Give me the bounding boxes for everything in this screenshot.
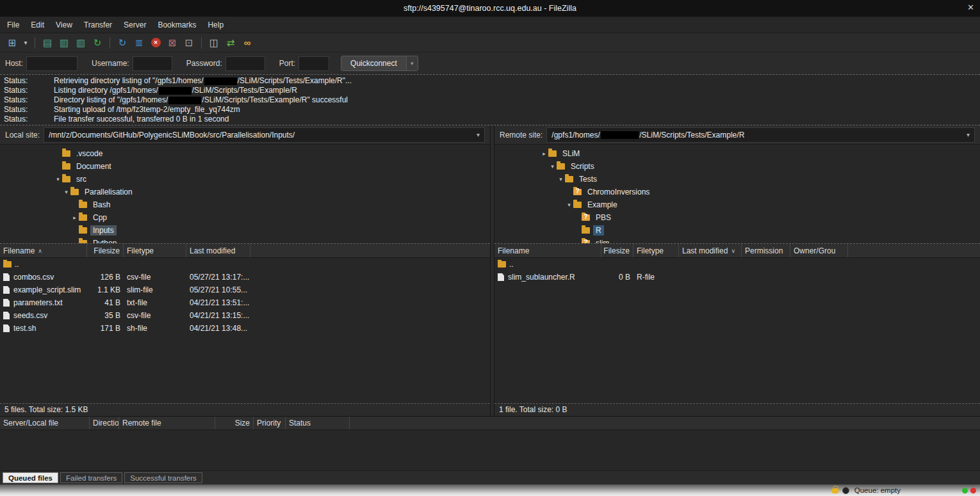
tree-item-chromoinversions[interactable]: ChromoInversions: [494, 186, 980, 198]
expander-icon[interactable]: ▾: [557, 176, 565, 182]
column-header-filesize[interactable]: Filesize: [601, 244, 633, 257]
menu-transfer[interactable]: Transfer: [78, 18, 118, 32]
tab-queued-files[interactable]: Queued files: [3, 472, 58, 483]
menu-view[interactable]: View: [50, 18, 78, 32]
column-header-status[interactable]: Status: [286, 417, 350, 429]
toggle-queue-icon[interactable]: ↻: [89, 35, 106, 51]
column-header-priority[interactable]: Priority: [254, 417, 286, 429]
toggle-remote-tree-icon[interactable]: ▥: [72, 35, 89, 51]
column-header-remote-file[interactable]: Remote file: [119, 417, 215, 429]
directory-comparison-icon[interactable]: ◫: [206, 35, 222, 51]
column-header-size[interactable]: Size: [215, 417, 254, 429]
file-row[interactable]: seeds.csv 35 B csv-file 04/21/21 13:15:.…: [0, 309, 490, 322]
tree-item-slim-subdir[interactable]: slim: [494, 237, 980, 244]
tree-item-src[interactable]: ▾src: [0, 173, 490, 186]
expander-icon[interactable]: ▸: [70, 214, 79, 221]
username-input[interactable]: [133, 56, 172, 71]
tree-item-bash[interactable]: Bash: [0, 198, 490, 211]
host-input[interactable]: [26, 56, 78, 71]
tree-item-label: PBS: [593, 212, 614, 223]
file-row[interactable]: test.sh 171 B sh-file 04/21/21 13:48...: [0, 322, 490, 335]
expander-icon[interactable]: ▾: [565, 202, 573, 208]
tree-item-tests[interactable]: ▾Tests: [494, 173, 980, 186]
column-header-direction[interactable]: Directio: [90, 417, 119, 429]
close-icon[interactable]: ✕: [967, 3, 974, 12]
folder-icon: [498, 261, 506, 268]
log-message: Directory listing of "/gpfs1/homes/: [54, 95, 168, 105]
log-line: Status: File transfer successful, transf…: [0, 115, 980, 124]
column-header-permission[interactable]: Permission: [742, 244, 790, 257]
local-file-list-header: Filename∧ Filesize Filetype Last modifie…: [0, 244, 490, 258]
expander-icon[interactable]: ▾: [548, 163, 557, 170]
column-header-filename[interactable]: Filename: [494, 244, 601, 257]
queue-header: Server/Local file Directio Remote file S…: [0, 416, 980, 430]
disconnect-icon[interactable]: ⊠: [164, 35, 181, 51]
column-header-filename[interactable]: Filename∧: [0, 244, 87, 257]
remote-file-list[interactable]: .. slim_sublauncher.R 0 B R-file: [494, 258, 980, 403]
tree-item-document[interactable]: Document: [0, 160, 490, 173]
tree-item-r[interactable]: R: [494, 224, 980, 237]
local-site-combobox[interactable]: /mnt/z/Documents/GitHub/PolygenicSLiMBoo…: [44, 127, 485, 143]
tree-item-pbs[interactable]: PBS: [494, 211, 980, 224]
remote-site-combobox[interactable]: /gpfs1/homes/███████/SLiM/Scripts/Tests/…: [546, 127, 975, 143]
chevron-down-icon[interactable]: ▾: [967, 131, 970, 138]
expander-icon[interactable]: ▾: [54, 176, 62, 182]
file-row[interactable]: combos.csv 126 B csv-file 05/27/21 13:17…: [0, 271, 490, 284]
tree-item-vscode[interactable]: .vscode: [0, 147, 490, 160]
menu-server[interactable]: Server: [118, 18, 152, 32]
refresh-icon[interactable]: ↻: [114, 35, 131, 51]
menu-file[interactable]: File: [1, 18, 25, 32]
tree-item-parallelisation[interactable]: ▾Parallelisation: [0, 186, 490, 198]
file-row[interactable]: parameters.txt 41 B txt-file 04/21/21 13…: [0, 296, 490, 309]
find-files-icon[interactable]: ∞: [239, 35, 256, 51]
quickconnect-dropdown-icon[interactable]: ▾: [406, 56, 418, 70]
tree-item-cpp[interactable]: ▸Cpp: [0, 211, 490, 224]
file-row-parent-dir[interactable]: ..: [494, 258, 980, 271]
secure-connection-lock-icon[interactable]: [832, 488, 838, 493]
tree-item-example[interactable]: ▾Example: [494, 198, 980, 211]
site-manager-icon[interactable]: ⊞: [4, 35, 20, 51]
tree-item-inputs[interactable]: Inputs: [0, 224, 490, 237]
tree-item-slim-root[interactable]: ▸SLiM: [494, 147, 980, 160]
reconnect-icon[interactable]: ⊡: [181, 35, 197, 51]
chevron-down-icon[interactable]: ▾: [477, 131, 480, 138]
tab-successful-transfers[interactable]: Successful transfers: [124, 472, 202, 483]
column-header-last-modified[interactable]: Last modified: [186, 244, 250, 257]
synchronized-browsing-icon[interactable]: ⇄: [222, 35, 239, 51]
column-header-filetype[interactable]: Filetype: [633, 244, 679, 257]
cancel-operation-icon[interactable]: ✕: [147, 35, 164, 51]
local-directory-tree[interactable]: .vscode Document ▾src ▾Parallelisation B…: [0, 145, 490, 244]
column-header-owner-group[interactable]: Owner/Grou: [790, 244, 848, 257]
tab-failed-transfers[interactable]: Failed transfers: [60, 472, 122, 483]
site-manager-dropdown-icon[interactable]: ▾: [20, 35, 31, 51]
column-header-last-modified[interactable]: Last modified∨: [679, 244, 742, 257]
port-input[interactable]: [298, 56, 329, 71]
file-type: slim-file: [124, 285, 186, 294]
speed-limits-icon[interactable]: [842, 487, 849, 494]
tree-item-python[interactable]: Python: [0, 237, 490, 244]
log-line: Status: Listing directory /gpfs1/homes/█…: [0, 86, 980, 95]
message-log[interactable]: Status: Retrieving directory listing of …: [0, 74, 980, 125]
tree-item-scripts[interactable]: ▾Scripts: [494, 160, 980, 173]
quickconnect-button[interactable]: Quickconnect ▾: [341, 56, 418, 71]
remote-directory-tree[interactable]: ▸SLiM ▾Scripts ▾Tests ChromoInversions ▾…: [494, 145, 980, 244]
menu-edit[interactable]: Edit: [25, 18, 50, 32]
expander-icon[interactable]: ▾: [62, 189, 70, 195]
column-header-filetype[interactable]: Filetype: [124, 244, 186, 257]
toggle-local-tree-icon[interactable]: ▥: [56, 35, 72, 51]
menu-help[interactable]: Help: [202, 18, 229, 32]
menu-bookmarks[interactable]: Bookmarks: [152, 18, 202, 32]
folder-icon: [70, 189, 79, 195]
password-input[interactable]: [225, 56, 265, 71]
file-row[interactable]: example_script.slim 1.1 KB slim-file 05/…: [0, 284, 490, 296]
column-header-filesize[interactable]: Filesize: [87, 244, 124, 257]
local-file-list[interactable]: .. combos.csv 126 B csv-file 05/27/21 13…: [0, 258, 490, 403]
expander-icon[interactable]: ▸: [540, 150, 548, 157]
redacted-username: ██████: [168, 97, 201, 104]
file-row[interactable]: slim_sublauncher.R 0 B R-file: [494, 271, 980, 284]
directory-listing-filters-icon[interactable]: ≣: [131, 35, 147, 51]
toggle-message-log-icon[interactable]: ▤: [39, 35, 56, 51]
column-header-server-local-file[interactable]: Server/Local file: [0, 417, 90, 429]
file-row-parent-dir[interactable]: ..: [0, 258, 490, 271]
queue-list[interactable]: [0, 430, 980, 470]
